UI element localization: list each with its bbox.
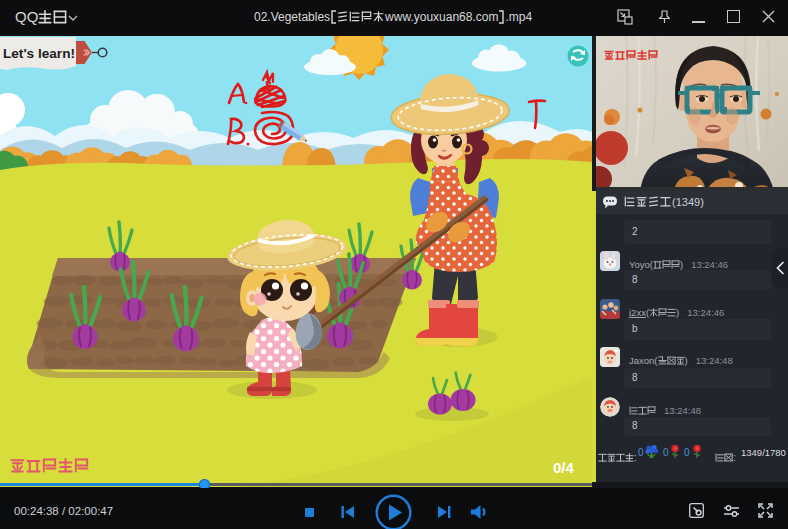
svg-text:Let's learn!: Let's learn! — [3, 46, 75, 61]
